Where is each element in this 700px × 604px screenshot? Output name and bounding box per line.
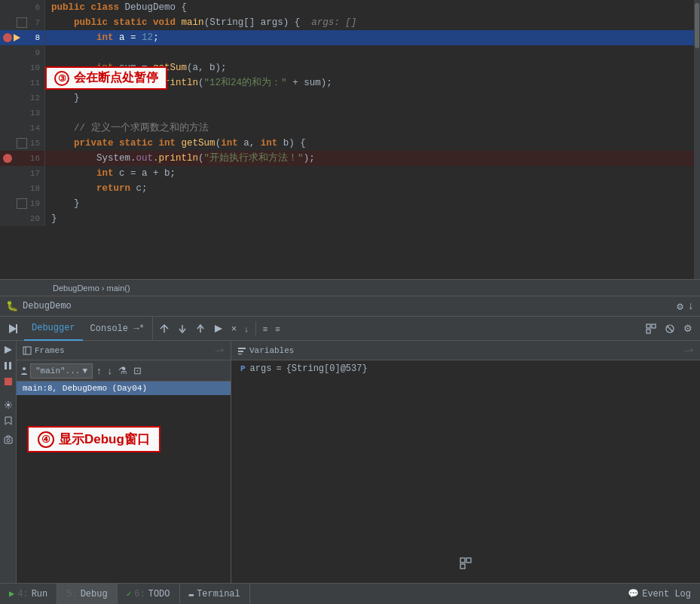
gutter-18: 18 xyxy=(0,181,45,196)
tab-debugger[interactable]: Debugger xyxy=(24,317,83,341)
resume-icon[interactable] xyxy=(2,344,14,356)
toolbar-sep1 xyxy=(255,321,256,336)
thread-down-btn[interactable]: ↓ xyxy=(105,365,115,376)
frames-pin[interactable]: →+ xyxy=(215,346,225,355)
status-tab-debug[interactable]: 5: Debug xyxy=(57,584,117,604)
bookmark-icon[interactable] xyxy=(2,415,14,427)
line-num-20: 20 xyxy=(30,211,40,226)
todo-icon: ✓ xyxy=(127,589,132,599)
variables-pin[interactable]: →+ xyxy=(684,346,694,355)
thread-select[interactable]: "main"... ▼ xyxy=(30,363,93,379)
code-line-18: return c; xyxy=(45,181,700,196)
debugger-resume-btn[interactable] xyxy=(5,320,21,337)
variables-title: Variables xyxy=(249,346,294,355)
code-line-7: public static void main(String[] args) {… xyxy=(45,15,700,30)
step-into-selection-btn[interactable]: ↓ xyxy=(241,320,252,338)
frame-item-label: main:8, DebugDemo (Day04) xyxy=(23,384,147,393)
gutter-13: 13 xyxy=(0,106,45,121)
thread-copy-btn[interactable]: ⊡ xyxy=(131,365,144,376)
watches-btn[interactable]: ≡ xyxy=(272,320,283,338)
pause-icon[interactable] xyxy=(2,360,14,372)
debug-toolbar: Debugger Console →* × ↓ ≡ ≡ xyxy=(0,317,700,341)
code-row-9: 9 xyxy=(0,45,700,60)
line-num-13: 13 xyxy=(30,106,40,121)
svg-rect-26 xyxy=(460,564,465,569)
run-label: Run xyxy=(32,589,48,599)
line-num-7: 7 xyxy=(35,15,40,30)
step-over-btn[interactable] xyxy=(156,320,173,338)
thread-filter-btn[interactable]: ⚗ xyxy=(116,365,130,376)
gutter-20: 20 xyxy=(0,211,45,226)
debug-num: 5: xyxy=(66,589,77,599)
evaluate-btn[interactable]: × xyxy=(228,320,240,338)
event-log-label: Event Log xyxy=(642,589,691,599)
code-line-17: int c = a + b; xyxy=(45,166,700,181)
event-log-tab[interactable]: 💬 Event Log xyxy=(619,584,700,604)
svg-rect-1 xyxy=(16,324,17,333)
line-num-9: 9 xyxy=(35,45,40,60)
tab-console[interactable]: Console →* xyxy=(83,317,153,341)
gutter-17: 17 xyxy=(0,166,45,181)
var-value: {String[0]@537} xyxy=(286,363,368,374)
status-tab-terminal[interactable]: ▬ Terminal xyxy=(180,584,250,604)
code-line-16: System.out.println("开始执行求和方法！"); xyxy=(45,151,700,166)
camera-icon[interactable] xyxy=(2,434,14,446)
toolbar-right: ⚙ xyxy=(643,320,695,338)
editor-scrollbar[interactable] xyxy=(694,0,700,296)
code-line-15: private static int getSum(int a, int b) … xyxy=(45,136,700,151)
svg-marker-11 xyxy=(5,346,12,354)
frames-btn[interactable]: ≡ xyxy=(260,320,271,338)
line-num-15: 15 xyxy=(30,136,40,151)
restore-layout-btn[interactable] xyxy=(643,320,659,338)
settings-strip-icon[interactable] xyxy=(2,399,14,411)
code-line-13 xyxy=(45,106,700,121)
code-line-19: } xyxy=(45,196,700,211)
pin-button[interactable]: ↓ xyxy=(688,300,694,313)
stop-icon[interactable] xyxy=(2,376,14,388)
fold-icon-15 xyxy=(17,138,27,149)
variables-header: Variables →+ xyxy=(231,341,700,360)
svg-point-17 xyxy=(7,439,10,442)
tab-debugger-label: Debugger xyxy=(32,323,75,333)
step-into-btn[interactable] xyxy=(174,320,191,338)
svg-marker-0 xyxy=(9,324,17,333)
annotation-3-text: 会在断点处暂停 xyxy=(74,70,158,86)
tab-bar: 🐛 DebugDemo ⚙ ↓ xyxy=(0,296,700,317)
code-row-16: 16 System.out.println("开始执行求和方法！"); xyxy=(0,151,700,166)
line-num-10: 10 xyxy=(30,60,40,75)
arrow-8 xyxy=(14,34,20,41)
frame-item-selected[interactable]: main:8, DebugDemo (Day04) xyxy=(17,382,231,395)
run-num: 4: xyxy=(17,589,28,599)
svg-rect-14 xyxy=(5,378,12,385)
run-to-cursor-btn[interactable] xyxy=(210,320,227,338)
code-row-14: 14 // 定义一个求两数之和的方法 xyxy=(0,121,700,136)
todo-num: 6: xyxy=(134,589,145,599)
gutter-6: 6 xyxy=(0,0,45,15)
step-out-btn[interactable] xyxy=(192,320,209,338)
terminal-label: Terminal xyxy=(197,589,240,599)
mute-breakpoints-btn[interactable] xyxy=(662,320,678,338)
var-type-p: P xyxy=(240,364,246,373)
tab-label[interactable]: DebugDemo xyxy=(23,301,72,311)
todo-label: TODO xyxy=(148,589,170,599)
terminal-icon: ▬ xyxy=(189,590,194,599)
svg-rect-16 xyxy=(5,437,12,443)
gutter-14: 14 xyxy=(0,121,45,136)
settings-btn[interactable]: ⚙ xyxy=(680,320,695,338)
frames-icon xyxy=(23,346,32,355)
code-row-6: 6 public class DebugDemo { xyxy=(0,0,700,15)
code-row-17: 17 int c = a + b; xyxy=(0,166,700,181)
tab-console-label: Console →* xyxy=(90,323,145,334)
var-btn-1[interactable] xyxy=(459,556,472,574)
line-num-6: 6 xyxy=(35,0,40,15)
code-line-14: // 定义一个求两数之和的方法 xyxy=(45,121,700,136)
svg-rect-22 xyxy=(238,351,243,352)
status-tab-todo[interactable]: ✓ 6: TODO xyxy=(118,584,180,604)
thread-up-btn[interactable]: ↑ xyxy=(94,365,104,376)
gear-button[interactable]: ⚙ xyxy=(677,300,683,313)
code-row-18: 18 return c; xyxy=(0,181,700,196)
status-tab-run[interactable]: ▶ 4: Run xyxy=(0,584,57,604)
gutter-9: 9 xyxy=(0,45,45,60)
line-num-19: 19 xyxy=(30,196,40,211)
thread-dropdown-icon: ▼ xyxy=(82,366,87,376)
